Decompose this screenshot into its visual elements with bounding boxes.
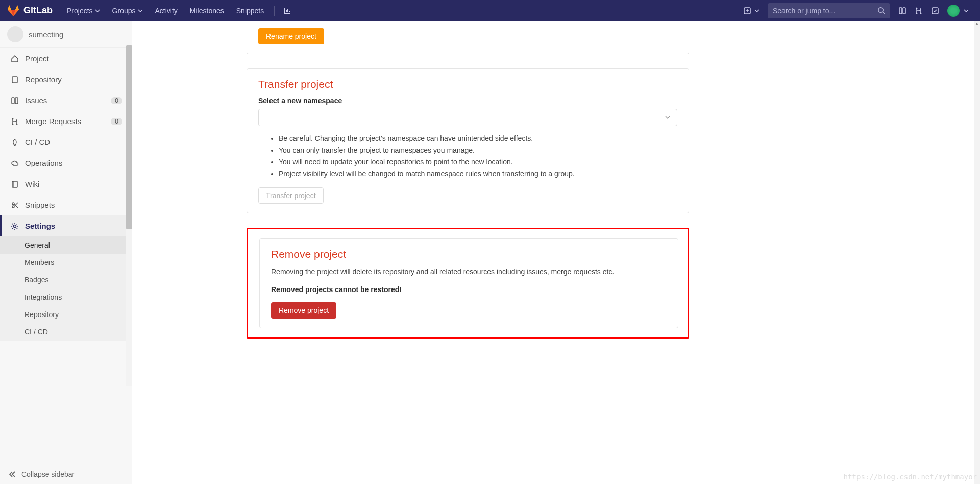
gear-icon xyxy=(11,222,19,230)
file-icon xyxy=(11,76,19,84)
avatar xyxy=(947,5,960,17)
main-content: Rename project Transfer project Select a… xyxy=(132,21,980,484)
svg-point-11 xyxy=(12,118,14,119)
chevron-down-icon xyxy=(964,9,969,12)
settings-sub-badges[interactable]: Badges xyxy=(0,271,132,288)
user-menu[interactable] xyxy=(943,1,973,21)
nav-groups[interactable]: Groups xyxy=(106,2,149,20)
svg-point-15 xyxy=(12,203,14,205)
svg-point-13 xyxy=(16,123,18,125)
sidebar-item-project[interactable]: Project xyxy=(0,48,132,69)
sidebar-item-issues[interactable]: Issues0 xyxy=(0,90,132,111)
settings-submenu: GeneralMembersBadgesIntegrationsReposito… xyxy=(0,236,132,341)
transfer-warning-item: You will need to update your local repos… xyxy=(279,157,677,167)
svg-point-12 xyxy=(12,123,14,125)
rename-project-button[interactable]: Rename project xyxy=(258,28,324,44)
scissors-icon xyxy=(11,201,19,209)
chevron-double-left-icon xyxy=(8,470,16,478)
sidebar-item-label: Operations xyxy=(25,159,62,167)
sidebar-item-label: Project xyxy=(25,54,49,63)
nav-projects[interactable]: Projects xyxy=(61,2,106,20)
transfer-project-button[interactable]: Transfer project xyxy=(258,187,324,204)
svg-point-17 xyxy=(14,225,16,227)
merge-requests-shortcut-icon[interactable] xyxy=(911,3,927,19)
remove-project-highlight: Remove project Removing the project will… xyxy=(247,228,689,339)
sidebar-item-label: Issues xyxy=(25,96,47,105)
sidebar-item-operations[interactable]: Operations xyxy=(0,153,132,174)
svg-point-6 xyxy=(920,12,922,14)
svg-rect-9 xyxy=(12,98,14,104)
remove-description: Removing the project will delete its rep… xyxy=(271,267,667,277)
svg-rect-3 xyxy=(903,8,905,14)
svg-rect-10 xyxy=(15,98,18,104)
remove-project-panel: Remove project Removing the project will… xyxy=(259,238,678,328)
brand[interactable]: GitLab xyxy=(7,5,53,17)
plus-icon xyxy=(743,7,751,15)
gitlab-logo-icon xyxy=(7,5,19,17)
svg-rect-2 xyxy=(899,8,902,14)
sidebar-scrollbar[interactable] xyxy=(126,45,132,386)
project-avatar xyxy=(7,26,23,42)
settings-sub-general[interactable]: General xyxy=(0,236,132,254)
transfer-warning-item: Project visibility level will be changed… xyxy=(279,168,677,179)
plus-dropdown[interactable] xyxy=(740,4,763,18)
transfer-warning-item: You can only transfer the project to nam… xyxy=(279,145,677,156)
rocket-icon xyxy=(11,138,19,147)
transfer-warnings-list: Be careful. Changing the project's names… xyxy=(279,133,677,179)
divider xyxy=(274,6,275,16)
nav-links: Projects Groups Activity Milestones Snip… xyxy=(61,2,295,20)
search-icon xyxy=(877,7,885,14)
select-namespace-label: Select a new namespace xyxy=(258,96,677,105)
nav-milestones[interactable]: Milestones xyxy=(184,2,230,20)
sidebar-item-ci-cd[interactable]: CI / CD xyxy=(0,132,132,153)
project-name: sumecting xyxy=(29,30,63,39)
count-badge: 0 xyxy=(111,97,122,104)
chart-icon[interactable] xyxy=(279,3,295,19)
issues-shortcut-icon[interactable] xyxy=(894,3,911,19)
sidebar-item-repository[interactable]: Repository xyxy=(0,69,132,90)
settings-sub-integrations[interactable]: Integrations xyxy=(0,288,132,306)
remove-title: Remove project xyxy=(271,248,667,260)
search-box[interactable] xyxy=(768,3,890,18)
chevron-down-icon xyxy=(665,115,671,119)
svg-point-5 xyxy=(916,12,918,14)
sidebar-project-header[interactable]: sumecting xyxy=(0,21,132,48)
transfer-project-panel: Transfer project Select a new namespace … xyxy=(247,68,689,213)
settings-sub-members[interactable]: Members xyxy=(0,254,132,271)
search-input[interactable] xyxy=(773,7,877,15)
todos-icon[interactable] xyxy=(927,3,943,19)
remove-warning: Removed projects cannot be restored! xyxy=(271,284,667,295)
svg-point-4 xyxy=(916,7,918,9)
chevron-down-icon xyxy=(138,9,143,12)
board-icon xyxy=(11,96,19,105)
chevron-down-icon xyxy=(95,9,100,12)
sidebar-item-settings[interactable]: Settings xyxy=(0,215,132,236)
rename-project-panel: Rename project xyxy=(247,21,689,54)
sidebar-item-snippets[interactable]: Snippets xyxy=(0,195,132,215)
nav-activity[interactable]: Activity xyxy=(149,2,184,20)
svg-point-16 xyxy=(12,206,14,208)
sidebar-item-label: Merge Requests xyxy=(25,117,81,126)
sidebar-item-wiki[interactable]: Wiki xyxy=(0,174,132,195)
collapse-sidebar[interactable]: Collapse sidebar xyxy=(0,464,132,484)
sidebar-item-label: Snippets xyxy=(25,201,55,209)
watermark: https://blog.csdn.net/mythmayor xyxy=(844,473,977,481)
home-icon xyxy=(11,55,19,63)
sidebar-item-label: CI / CD xyxy=(25,138,50,147)
settings-sub-ci-cd[interactable]: CI / CD xyxy=(0,323,132,341)
nav-snippets[interactable]: Snippets xyxy=(230,2,270,20)
sidebar-item-merge-requests[interactable]: Merge Requests0 xyxy=(0,111,132,132)
sidebar-item-label: Repository xyxy=(25,75,62,84)
settings-sub-repository[interactable]: Repository xyxy=(0,306,132,323)
merge-icon xyxy=(11,117,19,126)
svg-rect-14 xyxy=(12,181,17,187)
book-icon xyxy=(11,180,19,188)
sidebar-item-label: Settings xyxy=(25,222,55,230)
transfer-warning-item: Be careful. Changing the project's names… xyxy=(279,133,677,144)
svg-rect-8 xyxy=(12,77,17,83)
svg-point-1 xyxy=(878,8,883,12)
chevron-down-icon xyxy=(754,9,760,12)
remove-project-button[interactable]: Remove project xyxy=(271,302,336,319)
count-badge: 0 xyxy=(111,118,122,125)
namespace-dropdown[interactable] xyxy=(258,109,677,126)
